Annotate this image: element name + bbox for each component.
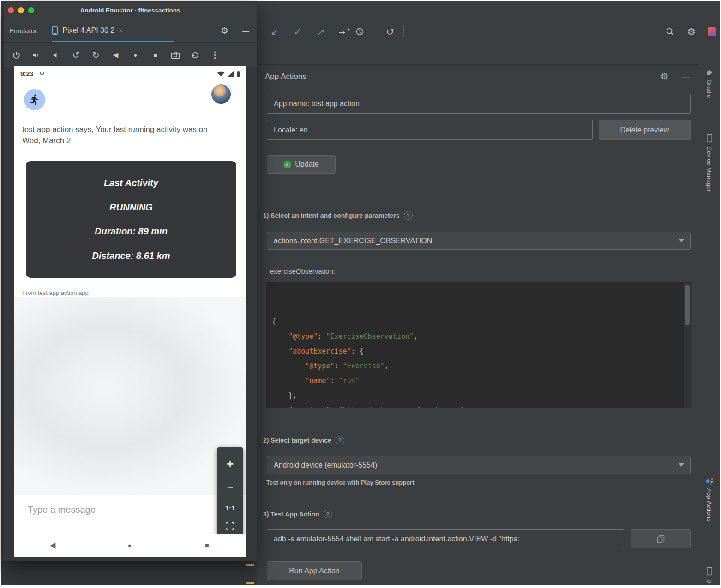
screenshot-camera-icon[interactable] [165, 51, 185, 59]
rotate-right-icon[interactable]: ↻ [86, 50, 106, 60]
intent-dropdown[interactable]: actions.intent.GET_EXERCISE_OBSERVATION [267, 232, 691, 250]
device-value: Android device (emulator-5554) [274, 461, 377, 469]
param-label: exerciseObservation: [270, 267, 335, 275]
signal-icon [228, 71, 234, 77]
zoom-ratio-button[interactable]: 1:1 [225, 504, 235, 512]
json-editor[interactable]: { "@type": "ExerciseObservation", "about… [266, 282, 691, 408]
clock-icon[interactable] [355, 27, 379, 36]
assistant-icon [706, 477, 713, 485]
section2-label: 2) Select target device [263, 437, 331, 444]
phone-screen: 9:23 ⚙ test app action says, Your last r… [14, 66, 246, 557]
running-person-icon [29, 94, 41, 106]
update-button[interactable]: ✓ Update [267, 155, 336, 174]
emulator-control-toolbar: ↺ ↻ ◀ ● ■ ⋮ [4, 43, 257, 67]
volume-down-icon[interactable] [46, 51, 66, 60]
power-icon[interactable] [6, 51, 26, 60]
tab-close-icon[interactable]: × [119, 27, 123, 35]
section-select-intent: 1) Select an intent and configure parame… [263, 211, 413, 220]
avd-tab[interactable]: Pixel 4 API 30 2 × [52, 26, 123, 35]
adb-command-field[interactable]: adb -s emulator-5554 shell am start -a a… [267, 529, 624, 548]
delete-preview-button[interactable]: Delete preview [599, 120, 691, 140]
card-line-duration: Duration: 89 min [26, 226, 236, 237]
panel-minimize-icon[interactable]: — [682, 72, 690, 81]
strip-tab-gradle[interactable]: Gradle [698, 69, 720, 98]
more-options-icon[interactable]: ⋮ [205, 50, 225, 60]
snapshot-restore-icon[interactable] [185, 51, 205, 60]
apply-changes-icon[interactable]: →+ [332, 20, 355, 43]
assistant-message: test app action says, Your last running … [22, 124, 216, 146]
message-input[interactable]: Type a message [28, 504, 96, 515]
status-time: 9:23 [20, 70, 33, 78]
editor-scrollbar-thumb[interactable] [685, 285, 690, 325]
emulator-window: Android Emulator - fitnessactions Emulat… [4, 2, 257, 561]
last-activity-card: Last Activity RUNNING Duration: 89 min D… [26, 161, 236, 278]
status-gear-icon: ⚙ [39, 70, 45, 77]
nav-back-icon[interactable]: ◀ [14, 540, 91, 550]
wifi-icon [217, 71, 224, 77]
run-app-action-button[interactable]: Run App Action [267, 561, 362, 580]
app-actions-label: App Actions [706, 488, 713, 522]
card-line-title: Last Activity [26, 178, 236, 188]
home-button-icon[interactable]: ● [126, 52, 145, 59]
app-actions-panel-header: App Actions ⚙ — [257, 64, 698, 88]
copy-icon [657, 535, 665, 543]
emulator-zoom-panel: + − 1:1 [217, 447, 243, 540]
run-label: Run App Action [289, 567, 339, 575]
emulator-tab-bar: Emulator: Pixel 4 API 30 2 × ⚙ — [4, 18, 257, 43]
locale-value: Locale: en [274, 126, 308, 134]
zoom-out-button[interactable]: − [227, 481, 233, 494]
volume-up-icon[interactable] [26, 51, 46, 60]
yellow-marker-1 [246, 564, 254, 566]
device-manager-icon [706, 134, 713, 143]
section3-label: 3) Test App Action [263, 510, 319, 518]
intent-value: actions.intent.GET_EXERCISE_OBSERVATION [274, 237, 432, 245]
nav-overview-icon[interactable]: ■ [168, 541, 246, 549]
device-manager-label: Device Manager [706, 146, 713, 192]
run-check-icon[interactable]: ✓ [286, 21, 309, 42]
arrow-right-icon: → [337, 25, 347, 36]
step-out-icon[interactable]: ↗ [309, 21, 332, 42]
user-avatar [211, 84, 231, 104]
adb-command-value: adb -s emulator-5554 shell am start -a a… [274, 535, 519, 543]
emulator-label: Emulator: [9, 27, 39, 35]
battery-icon [237, 71, 240, 77]
emulator-titlebar[interactable]: Android Emulator - fitnessactions [4, 2, 257, 18]
back-button-icon[interactable]: ◀ [106, 51, 126, 59]
rotate-left-icon[interactable]: ↺ [66, 50, 86, 60]
card-line-activity: RUNNING [26, 202, 236, 213]
chevron-down-icon [679, 239, 684, 242]
panel-title: App Actions [265, 72, 306, 81]
nav-home-icon[interactable]: ● [91, 541, 168, 549]
plugin-update-icon[interactable] [708, 27, 716, 36]
strip-tab-bottom-partial[interactable]: D [698, 567, 720, 584]
search-icon[interactable] [666, 27, 675, 36]
gradle-elephant-icon [705, 69, 714, 76]
zoom-in-button[interactable]: + [227, 457, 234, 471]
locale-field[interactable]: Locale: en [267, 120, 593, 140]
fit-screen-icon[interactable] [226, 522, 234, 530]
yellow-marker-2 [246, 582, 254, 584]
help-icon-2[interactable]: ? [336, 436, 344, 444]
studio-bottom-area [1, 561, 257, 585]
emulator-settings-gear-icon[interactable]: ⚙ [221, 25, 228, 36]
help-icon-3[interactable]: ? [324, 510, 332, 518]
android-nav-bar: ◀ ● ■ [14, 534, 246, 557]
device-icon-partial [706, 567, 713, 576]
app-name-field[interactable]: App name: test app action [267, 94, 691, 114]
copy-command-button[interactable] [631, 529, 691, 548]
help-icon[interactable]: ? [404, 211, 413, 220]
section-select-device: 2) Select target device ? [263, 436, 344, 444]
undo-icon[interactable]: ↺ [379, 21, 402, 42]
settings-gear-icon[interactable]: ⚙ [687, 26, 696, 37]
editor-scrollbar[interactable] [684, 283, 690, 408]
device-dropdown[interactable]: Android device (emulator-5554) [267, 456, 691, 474]
strip-tab-device-manager[interactable]: Device Manager [698, 134, 720, 192]
panel-gear-icon[interactable]: ⚙ [661, 71, 668, 82]
studio-toolbar-right: ⚙ [666, 21, 716, 42]
app-name-value: App name: test app action [274, 100, 360, 108]
overview-button-icon[interactable]: ■ [145, 51, 165, 59]
emulator-minimize-icon[interactable]: — [242, 27, 249, 35]
attach-debugger-icon[interactable]: ↙ [263, 21, 286, 42]
strip-tab-app-actions[interactable]: App Actions [698, 477, 720, 522]
status-icons [217, 71, 240, 77]
